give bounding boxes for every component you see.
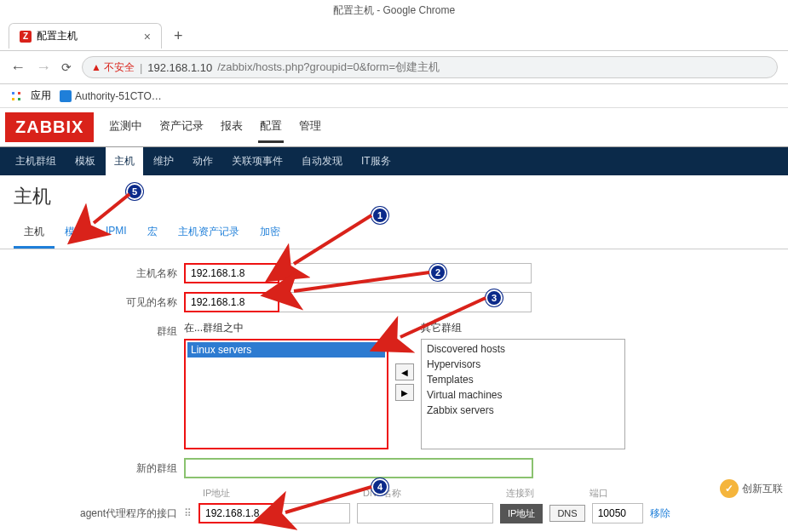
apps-label[interactable]: 应用 bbox=[31, 89, 51, 103]
zabbix-topbar: ZABBIX 监测中 资产记录 报表 配置 管理 bbox=[0, 108, 788, 147]
warning-icon: ▲ bbox=[91, 61, 101, 73]
iface-dns-input[interactable] bbox=[357, 503, 493, 523]
other-groups-listbox[interactable]: Discovered hosts Hypervisors Templates V… bbox=[421, 339, 625, 449]
reload-button[interactable]: ⟳ bbox=[61, 60, 72, 74]
browser-tab[interactable]: Z 配置主机 × bbox=[9, 23, 162, 49]
menu-config[interactable]: 配置 bbox=[258, 112, 284, 143]
page-title: 主机 bbox=[0, 175, 788, 218]
menu-monitoring[interactable]: 监测中 bbox=[107, 112, 144, 143]
new-tab-button[interactable]: + bbox=[169, 26, 188, 47]
iface-head-dns: DNS名称 bbox=[363, 487, 499, 500]
brand-text: 创新互联 bbox=[742, 482, 783, 496]
bookmark-icon bbox=[60, 90, 72, 102]
zabbix-main-menu: 监测中 资产记录 报表 配置 管理 bbox=[107, 112, 323, 143]
tab-encryption[interactable]: 加密 bbox=[250, 218, 290, 249]
close-icon[interactable]: × bbox=[144, 30, 151, 43]
menu-admin[interactable]: 管理 bbox=[297, 112, 323, 143]
tab-templates[interactable]: 模板 bbox=[55, 218, 95, 249]
tab-macros[interactable]: 宏 bbox=[137, 218, 168, 249]
hostname-label: 主机名称 bbox=[14, 263, 184, 281]
sub-hosts[interactable]: 主机 bbox=[106, 147, 143, 175]
tab-host[interactable]: 主机 bbox=[14, 218, 55, 249]
interface-headers: IP地址 DNS名称 连接到 端口 bbox=[203, 487, 774, 500]
apps-icon[interactable] bbox=[10, 90, 22, 102]
url-host: 192.168.1.10 bbox=[147, 61, 212, 74]
form-tabs: 主机 模板 IPMI 宏 主机资产记录 加密 bbox=[0, 218, 788, 249]
visiblename-input-ext[interactable] bbox=[279, 292, 532, 312]
drag-handle-icon[interactable]: ⠿ bbox=[184, 507, 192, 519]
group-option[interactable]: Discovered hosts bbox=[423, 341, 623, 357]
move-right-button[interactable]: ▶ bbox=[395, 384, 414, 401]
visiblename-label: 可见的名称 bbox=[14, 292, 184, 310]
chrome-tab-strip: Z 配置主机 × + bbox=[0, 21, 788, 51]
connect-dns-toggle[interactable]: DNS bbox=[549, 505, 584, 522]
iface-ip-input[interactable] bbox=[198, 503, 275, 523]
move-left-button[interactable]: ◀ bbox=[395, 363, 414, 380]
sub-actions[interactable]: 动作 bbox=[184, 147, 221, 175]
iface-label: agent代理程序的接口 bbox=[14, 503, 184, 521]
groups-label: 群组 bbox=[14, 321, 184, 339]
hostname-input-ext[interactable] bbox=[279, 263, 532, 283]
chrome-toolbar: ← → ⟳ ▲ 不安全 | 192.168.1.10/zabbix/hosts.… bbox=[0, 51, 788, 84]
insecure-label: 不安全 bbox=[104, 60, 135, 75]
group-option[interactable]: Zabbix servers bbox=[423, 403, 623, 418]
bookmark-label: Authority-51CTO… bbox=[75, 90, 162, 102]
iface-head-ip: IP地址 bbox=[203, 487, 356, 500]
sub-hostgroups[interactable]: 主机群组 bbox=[7, 147, 65, 175]
zabbix-submenu: 主机群组 模板 主机 维护 动作 关联项事件 自动发现 IT服务 bbox=[0, 147, 788, 175]
other-groups-head: 其它群组 bbox=[421, 321, 625, 339]
sub-maintenance[interactable]: 维护 bbox=[145, 147, 182, 175]
iface-head-port: 端口 bbox=[590, 487, 641, 500]
zabbix-favicon: Z bbox=[20, 31, 32, 43]
iface-port-input[interactable] bbox=[592, 503, 643, 523]
visiblename-input[interactable] bbox=[184, 292, 279, 312]
newgroup-label: 新的群组 bbox=[14, 458, 184, 476]
in-groups-listbox[interactable]: Linux servers bbox=[184, 339, 388, 449]
menu-reports[interactable]: 报表 bbox=[219, 112, 244, 143]
chrome-window-title: 配置主机 - Google Chrome bbox=[0, 0, 788, 21]
sub-itservices[interactable]: IT服务 bbox=[353, 147, 400, 175]
insecure-badge: ▲ 不安全 bbox=[91, 60, 135, 75]
tab-ipmi[interactable]: IPMI bbox=[95, 218, 137, 249]
tab-title: 配置主机 bbox=[37, 29, 78, 43]
group-option[interactable]: Hypervisors bbox=[423, 357, 623, 372]
group-mover: ◀ ▶ bbox=[395, 363, 414, 401]
zabbix-logo[interactable]: ZABBIX bbox=[5, 112, 94, 142]
url-separator: | bbox=[140, 61, 142, 74]
brand-icon: ✓ bbox=[720, 479, 739, 498]
host-form: 主机名称 可见的名称 群组 在...群组之中 Linux servers ◀ ▶… bbox=[0, 249, 788, 523]
address-bar[interactable]: ▲ 不安全 | 192.168.1.10/zabbix/hosts.php?gr… bbox=[82, 56, 778, 78]
back-button[interactable]: ← bbox=[10, 59, 26, 77]
sub-discovery[interactable]: 自动发现 bbox=[293, 147, 351, 175]
hostname-input[interactable] bbox=[184, 263, 279, 283]
bookmarks-bar: 应用 Authority-51CTO… bbox=[0, 84, 788, 108]
sub-correlation[interactable]: 关联项事件 bbox=[223, 147, 291, 175]
iface-remove-link[interactable]: 移除 bbox=[650, 506, 670, 521]
tab-inventory[interactable]: 主机资产记录 bbox=[168, 218, 250, 249]
iface-ip-input-ext[interactable] bbox=[282, 503, 350, 523]
sub-templates[interactable]: 模板 bbox=[66, 147, 104, 175]
group-option-linux[interactable]: Linux servers bbox=[187, 342, 385, 358]
group-option[interactable]: Templates bbox=[423, 372, 623, 387]
connect-ip-toggle[interactable]: IP地址 bbox=[500, 504, 543, 523]
forward-button[interactable]: → bbox=[36, 59, 51, 77]
bookmark-item[interactable]: Authority-51CTO… bbox=[60, 90, 162, 102]
in-groups-head: 在...群组之中 bbox=[184, 321, 388, 339]
menu-inventory[interactable]: 资产记录 bbox=[158, 112, 205, 143]
group-option[interactable]: Virtual machines bbox=[423, 387, 623, 403]
iface-head-conn: 连接到 bbox=[506, 487, 583, 500]
newgroup-input[interactable] bbox=[184, 458, 533, 478]
url-path: /zabbix/hosts.php?groupid=0&form=创建主机 bbox=[217, 60, 440, 75]
footer-brand: ✓ 创新互联 bbox=[720, 479, 783, 498]
